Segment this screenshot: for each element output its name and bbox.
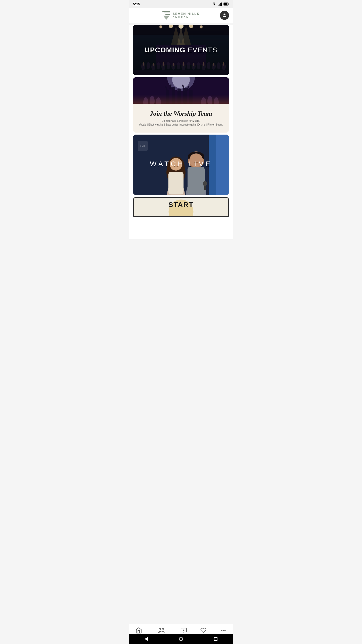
back-triangle-icon	[145, 637, 148, 641]
partial-card-svg: START	[134, 198, 228, 216]
svg-text:START: START	[168, 201, 194, 209]
svg-rect-6	[224, 3, 228, 5]
app-header: SEVEN HILLS CHURCH	[129, 8, 233, 23]
home-circle-icon	[179, 637, 183, 641]
profile-button[interactable]	[220, 11, 229, 20]
logo-name: SEVEN HILLS	[172, 12, 199, 16]
svg-marker-94	[183, 629, 185, 631]
wifi-icon	[212, 2, 216, 6]
more-icon	[220, 627, 227, 634]
logo-line-1	[162, 11, 170, 12]
home-icon	[135, 627, 142, 634]
watch-live-title: WATCH LIVE	[150, 160, 212, 168]
upcoming-events-card[interactable]: UPCOMING EVENTS	[133, 25, 229, 75]
logo-line-2	[164, 13, 170, 13]
events-normal: EVENTS	[188, 46, 217, 54]
logo-tagline: CHURCH	[172, 16, 199, 19]
watch-icon	[180, 627, 187, 634]
android-nav-bar	[129, 634, 233, 644]
watch-live-text: WATCH LIVE	[150, 160, 212, 168]
svg-text:SH: SH	[140, 144, 145, 148]
recent-square-icon	[214, 637, 217, 641]
worship-concert-bg	[133, 77, 229, 105]
upcoming-events-text: UPCOMING EVENTS	[133, 46, 229, 54]
logo-text-block: SEVEN HILLS CHURCH	[172, 12, 199, 19]
worship-team-subtitle-2: Vocals | Electric guitar | Bass guitar |…	[139, 123, 223, 127]
partial-bottom-card[interactable]: START	[133, 197, 229, 217]
worship-text-content: Join the Worship Team Do You Have a Pass…	[133, 104, 229, 133]
heart-icon	[200, 627, 207, 634]
svg-rect-65	[133, 95, 229, 105]
svg-rect-1	[219, 4, 220, 6]
svg-point-84	[203, 181, 207, 186]
svg-point-7	[223, 14, 225, 15]
logo-icon	[162, 11, 170, 20]
android-back-button[interactable]	[143, 635, 150, 643]
watch-live-card[interactable]: SH	[133, 135, 229, 195]
svg-rect-0	[218, 5, 219, 6]
android-recent-button[interactable]	[212, 635, 219, 643]
worship-team-card[interactable]: Join the Worship Team Do You Have a Pass…	[133, 77, 229, 133]
logo-line-3	[165, 14, 170, 15]
svg-point-95	[221, 630, 222, 631]
profile-icon	[222, 13, 227, 18]
app-logo: SEVEN HILLS CHURCH	[162, 11, 199, 20]
status-bar: 5:15	[129, 0, 233, 8]
svg-rect-2	[220, 3, 221, 6]
logo-triangle	[163, 16, 170, 20]
android-home-button[interactable]	[177, 635, 185, 643]
svg-rect-76	[168, 172, 184, 194]
status-icons	[212, 2, 229, 6]
group-icon	[158, 627, 165, 634]
status-time: 5:15	[133, 2, 140, 6]
svg-point-97	[224, 630, 225, 631]
svg-point-96	[222, 630, 224, 631]
worship-team-title: Join the Worship Team	[150, 110, 212, 117]
signal-icon	[218, 2, 222, 6]
upcoming-events-title: UPCOMING EVENTS	[133, 46, 229, 54]
worship-team-subtitle-1: Do You Have a Passion for Music?	[162, 119, 200, 123]
main-content: UPCOMING EVENTS	[129, 25, 233, 239]
worship-bg-svg	[133, 77, 229, 105]
svg-rect-3	[221, 3, 222, 6]
svg-rect-5	[228, 4, 229, 5]
upcoming-bold: UPCOMING	[145, 46, 186, 54]
battery-icon	[223, 3, 229, 6]
